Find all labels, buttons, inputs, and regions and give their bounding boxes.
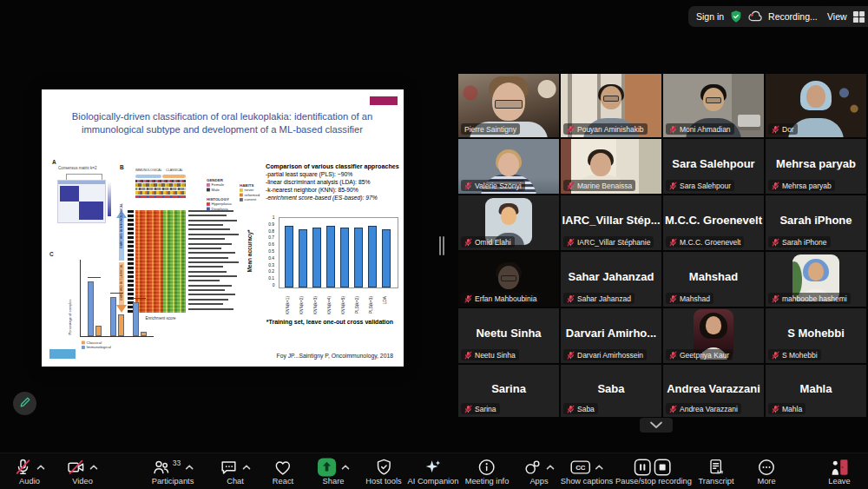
muted-mic-icon	[567, 125, 575, 134]
comparison-line: -enrichment score-based (ES-based): 97%	[266, 195, 403, 202]
y-tick-label: 0.5	[268, 250, 274, 254]
toolbar-leave[interactable]: Leave	[828, 457, 850, 486]
participant-tile[interactable]: SabaSaba	[561, 365, 661, 417]
legend-item: Hyperplasia	[207, 202, 247, 207]
participant-tile[interactable]: MahshadMahshad	[663, 252, 764, 307]
legend-item: Immunological	[82, 346, 122, 350]
toolbar-ai-companion[interactable]: AI Companion	[408, 457, 459, 486]
participant-label: Valerie Szönyi	[461, 180, 525, 191]
toolbar-video[interactable]: Video	[67, 457, 99, 486]
participant-tile[interactable]: Sahar JahanzadSahar Jahanzad	[561, 252, 661, 307]
muted-mic-icon	[464, 238, 472, 247]
toolbar-audio[interactable]: Audio	[14, 457, 46, 486]
comparison-line: -k-nearest neighbor (KNN): 85-90%	[266, 187, 403, 195]
chevron-down-icon	[649, 419, 663, 432]
caret-icon[interactable]	[184, 464, 194, 471]
toolbar-host-tools[interactable]: Host tools	[365, 457, 401, 486]
bar	[382, 229, 391, 287]
participant-label: Saba	[563, 403, 598, 414]
caret-icon[interactable]	[595, 464, 604, 471]
toolbar-share[interactable]: Share	[317, 457, 351, 486]
panel-resize-handle[interactable]	[437, 235, 446, 257]
participant-name-label: Marine Benaissa	[577, 182, 632, 190]
caret-icon[interactable]	[36, 464, 46, 471]
toolbar-label: Leave	[828, 477, 850, 486]
participant-tile[interactable]: Pouyan Aminishakib	[561, 74, 661, 137]
participant-name-label: mahboobe hashemi	[782, 294, 847, 303]
toolbar-show-captions[interactable]: CCShow captions	[561, 457, 613, 486]
participant-tile[interactable]: Dor	[766, 74, 866, 137]
annotate-button[interactable]	[13, 392, 36, 415]
muted-mic-icon	[772, 125, 779, 134]
panel-a-label: A	[52, 159, 56, 165]
participant-big-name: Mahshad	[663, 270, 764, 283]
x-axis-labels: KNN(k=1)KNN(k=2)KNN(k=3)KNN(k=4)KNN(k=5)…	[279, 288, 397, 318]
participant-label: mahboobe hashemi	[768, 293, 851, 304]
toolbar-chat[interactable]: Chat	[220, 457, 252, 486]
toolbar-label: More	[757, 477, 775, 486]
toolbar-label: Pause/stop recording	[615, 477, 692, 486]
participant-tile[interactable]: Valerie Szönyi	[458, 139, 559, 194]
participant-tile[interactable]: Omid Elahi	[458, 195, 559, 250]
participant-label: Sarah iPhone	[768, 236, 831, 248]
view-control[interactable]: View	[819, 6, 868, 27]
bar	[110, 297, 116, 336]
comparison-lines: -partial least square (PLS): ~90%-linear…	[266, 171, 403, 202]
participant-big-name: Sara Salehpour	[663, 157, 764, 170]
sign-in-button[interactable]: Sign in	[696, 11, 724, 22]
participant-label: Mahshad	[666, 293, 713, 304]
caret-icon[interactable]	[341, 464, 351, 471]
legend-color-chip	[207, 202, 210, 206]
participant-name-label: Moni Ahmadian	[680, 125, 731, 134]
participant-label: Moni Ahmadian	[666, 123, 734, 135]
sparkle-icon	[424, 458, 443, 477]
participant-tile[interactable]: Neetu SinhaNeetu Sinha	[458, 308, 559, 363]
toolbar-transcript[interactable]: Transcript	[699, 457, 734, 486]
participant-tile[interactable]: Marine Benaissa	[561, 139, 661, 194]
zoom-meeting-window: Sign in Recording... View Biologically-d…	[0, 0, 868, 489]
participant-tile[interactable]: Darvari Amirho...Darvari Amirhossein	[561, 308, 661, 363]
y-tick-label: 0.6	[268, 243, 274, 248]
participant-label: Geetpriya Kaur	[666, 349, 733, 360]
participant-tile[interactable]: Moni Ahmadian	[663, 74, 764, 137]
participant-tile[interactable]: Mehrsa paryabMehrsa paryab	[766, 139, 866, 194]
participant-tile[interactable]: Andrea VarazzaniAndrea Varazzani	[663, 365, 764, 417]
caret-icon[interactable]	[242, 464, 252, 471]
x-tick-label: LDA	[383, 296, 388, 317]
chat-icon	[220, 458, 239, 477]
muted-mic-icon	[772, 182, 779, 190]
y-tick-label: 0.3	[268, 263, 274, 268]
toolbar-meeting-info[interactable]: Meeting info	[465, 457, 510, 486]
participant-tile[interactable]: Sarah iPhoneSarah iPhone	[766, 195, 866, 250]
caret-icon[interactable]	[546, 464, 556, 471]
toolbar-more[interactable]: More	[757, 457, 776, 486]
participant-tile[interactable]: SarinaSarina	[458, 365, 559, 417]
participant-tile[interactable]: MahlaMahla	[766, 365, 866, 417]
toolbar-apps[interactable]: Apps	[523, 457, 556, 486]
participant-tile[interactable]: IARC_Villar Stép...IARC_Villar Stéphanie	[561, 195, 661, 250]
muted-mic-icon	[669, 351, 677, 360]
participant-tile[interactable]: Sara SalehpourSara Salehpour	[663, 139, 764, 194]
participant-tile[interactable]: Erfan Mahboubinia	[458, 252, 559, 307]
consensus-matrix	[57, 180, 106, 223]
shared-screen-area: Biologically-driven classification of or…	[0, 0, 458, 453]
toolbar-react[interactable]: React	[273, 457, 293, 486]
participant-name-label: M.C.C. Groenevelt	[680, 238, 740, 247]
participant-tile[interactable]: S MohebbiS Mohebbi	[766, 308, 866, 363]
gallery-next-page-button[interactable]	[640, 418, 673, 433]
toolbar-participants[interactable]: 33Participants	[152, 457, 194, 486]
caret-icon[interactable]	[89, 464, 99, 471]
training-note: *Training set, leave one-out cross valid…	[260, 319, 399, 325]
participant-tile[interactable]: Geetpriya Kaur	[663, 308, 764, 363]
participant-tile[interactable]: mahboobe hashemi	[766, 252, 866, 307]
participant-tile[interactable]: Pierre Saintigny	[458, 74, 559, 137]
participant-label: Pierre Saintigny	[461, 123, 520, 135]
participant-label: IARC_Villar Stéphanie	[563, 236, 654, 248]
significance-mark	[133, 298, 146, 299]
x-tick-label: KNN(k=3)	[313, 296, 319, 317]
y-tick-label: 0.7	[268, 236, 274, 241]
participant-name-label: Geetpriya Kaur	[680, 351, 729, 360]
toolbar-pause-stop-recording[interactable]: Pause/stop recording	[615, 457, 692, 486]
participant-tile[interactable]: M.C.C. GroeneveltM.C.C. Groenevelt	[663, 195, 764, 250]
x-tick-label: KNN(k=2)	[299, 296, 305, 317]
